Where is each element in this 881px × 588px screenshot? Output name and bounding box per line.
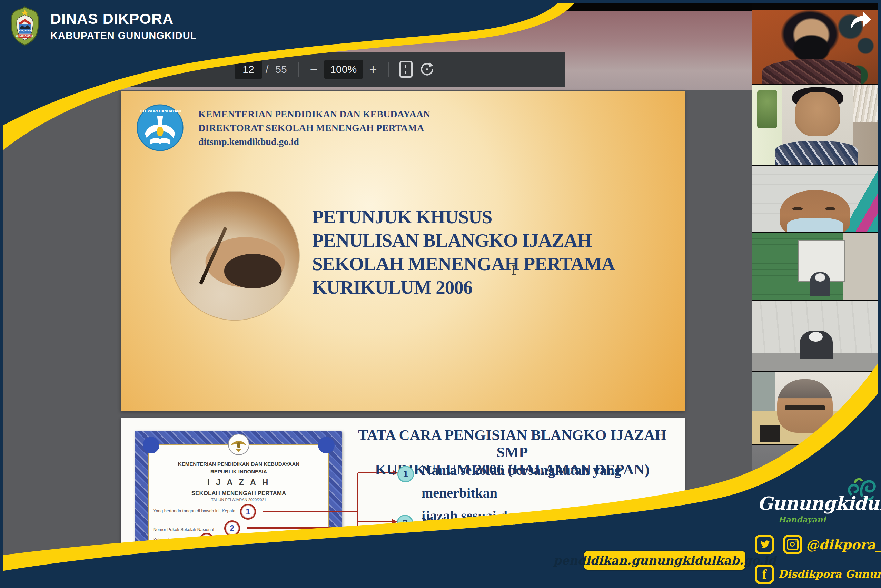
face-mask xyxy=(787,218,843,232)
org-header: GUNUNGKIDUL DINAS DIKPORA KABUPATEN GUNU… xyxy=(9,6,196,46)
twitter-icon[interactable] xyxy=(755,535,774,554)
text-cursor xyxy=(513,265,514,275)
slide-title: PETUNJUK KHUSUS PENULISAN BLANGKO IJAZAH… xyxy=(312,206,671,299)
participant-video-2[interactable] xyxy=(752,85,878,165)
toolbar-divider xyxy=(388,62,389,76)
ministry-line: DIREKTORAT SEKOLAH MENENGAH PERTAMA xyxy=(198,121,509,135)
slide-page-12: TUT WURI HANDAYANI KEMENTERIAN PENDIDIKA… xyxy=(121,91,685,411)
page-input[interactable]: 12 xyxy=(235,60,262,79)
item-number-badge: 2 xyxy=(397,515,413,531)
logo-ring-text: TUT WURI HANDAYANI xyxy=(139,109,181,113)
facebook-icon[interactable]: f xyxy=(755,564,774,584)
slide-title-line: KURIKULUM 2006 xyxy=(312,276,671,299)
participant-video-5[interactable] xyxy=(752,301,878,371)
participant-video-4[interactable] xyxy=(752,233,878,300)
window-foliage xyxy=(757,90,778,128)
zoom-level-input[interactable]: 100% xyxy=(324,60,363,79)
gunungkidul-crest-logo: GUNUNGKIDUL xyxy=(9,6,41,46)
zoom-out-button[interactable]: − xyxy=(306,62,322,77)
pdf-toolbar: 12 / 55 − 100% + xyxy=(121,52,565,87)
page-separator: / xyxy=(265,63,268,75)
ministry-header: KEMENTERIAN PENDIDIKAN DAN KEBUDAYAAN DI… xyxy=(198,107,509,149)
facebook-page-name: Disdikpora Gunungkidul xyxy=(778,568,881,580)
ministry-site: ditsmp.kemdikbud.go.id xyxy=(198,135,509,149)
participant-video-3[interactable] xyxy=(752,166,878,232)
rotate-icon[interactable] xyxy=(420,62,435,77)
ministry-line: KEMENTERIAN PENDIDIKAN DAN KEBUDAYAAN xyxy=(198,107,509,121)
brand-name: Gunungkidul xyxy=(758,493,868,514)
tut-wuri-handayani-logo: TUT WURI HANDAYANI xyxy=(136,104,184,152)
glasses xyxy=(785,405,825,411)
participant-figure xyxy=(762,59,861,84)
bookshelf xyxy=(853,85,878,122)
participant-figure xyxy=(795,92,840,136)
slide-title-line: PENULISAN BLANGKO IJAZAH xyxy=(312,229,671,252)
participant-video-6[interactable] xyxy=(752,372,878,444)
hand-writing-photo xyxy=(171,192,299,320)
website-badge: pendidikan.gunungkidulkab.go.id xyxy=(583,550,746,571)
list-item: Nomor Pokok Sekolah Nasional (NPSN) xyxy=(421,512,687,534)
item-number-badge: 3 xyxy=(398,536,415,553)
list-item-line: Nama sekolah bersangkutan yang menerbitk… xyxy=(421,459,687,504)
face-mask xyxy=(815,273,825,281)
participant-figure xyxy=(775,141,858,165)
item-number-badge: 1 xyxy=(397,466,414,482)
list-item-line: Nomor Pokok Sekolah Nasional (NPSN) xyxy=(421,512,687,534)
org-name: DINAS DIKPORA xyxy=(50,10,196,27)
slide2-title-line: TATA CARA PENGISIAN BLANGKO IJAZAH SMP xyxy=(347,426,678,461)
total-pages-label: 55 xyxy=(275,63,287,75)
toolbar-divider xyxy=(298,62,299,76)
pen-shape xyxy=(199,227,227,285)
social-handle: @dikpora_gk xyxy=(806,537,881,552)
slide-title-line: PETUNJUK KHUSUS xyxy=(312,206,671,229)
org-region: KABUPATEN GUNUNGKIDUL xyxy=(50,30,196,41)
share-arrow-icon[interactable] xyxy=(849,11,872,29)
instagram-icon[interactable] xyxy=(783,535,802,554)
brand-tagline: Handayani xyxy=(776,515,828,524)
video-conference-window: 12 / 55 − 100% + TUT WURI HANDAYANI KEME… xyxy=(0,0,881,588)
zoom-in-button[interactable]: + xyxy=(366,62,381,77)
face-mask xyxy=(809,332,823,342)
wall-bracket xyxy=(760,426,780,441)
slide-title-line: SEKOLAH MENENGAH PERTAMA xyxy=(312,252,671,276)
crest-ribbon-text: GUNUNGKIDUL xyxy=(16,35,34,37)
fit-to-page-icon[interactable] xyxy=(400,61,412,78)
